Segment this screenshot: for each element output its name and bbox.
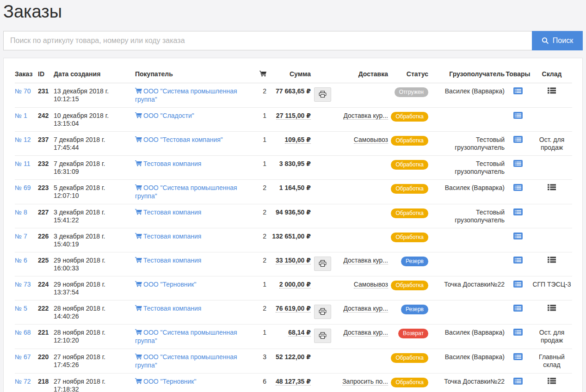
search-bar: Поиск xyxy=(3,31,583,50)
goods-list-icon[interactable] xyxy=(513,136,523,145)
goods-list-icon[interactable] xyxy=(513,160,523,169)
order-number-cell: № 68 xyxy=(15,324,38,349)
goods-list-icon[interactable] xyxy=(513,329,523,337)
order-sum[interactable]: 76 619,00 ₽ xyxy=(276,305,311,312)
order-sum[interactable]: 2 000,00 ₽ xyxy=(279,281,311,288)
delivery-method[interactable]: Запросить по... xyxy=(342,378,388,386)
order-sum[interactable]: 27 115,00 ₽ xyxy=(276,112,311,120)
col-header-customer: Покупатель xyxy=(135,64,252,83)
customer-link[interactable]: ООО "Тестовая компания" xyxy=(135,136,223,143)
delivery-method[interactable]: Самовывоз xyxy=(354,281,388,288)
consignee xyxy=(428,300,505,324)
warehouse-cell: СГП ТЭСЦ-3 xyxy=(531,276,572,300)
order-sum[interactable]: 48 127,35 ₽ xyxy=(276,378,311,386)
customer-cell: ООО "Система промышленная группа" xyxy=(135,179,252,204)
consignee: Василек (Варварка) xyxy=(428,324,505,349)
goods-list-icon[interactable] xyxy=(513,257,523,265)
warehouse-list-icon[interactable] xyxy=(548,305,556,313)
customer-link[interactable]: ООО "Система промышленная группа" xyxy=(135,184,237,200)
order-link[interactable]: № 72 xyxy=(15,378,31,385)
customer-link[interactable]: Тестовая компания xyxy=(135,233,201,240)
status-cell: Отгружен xyxy=(388,83,428,107)
order-link[interactable]: № 73 xyxy=(15,281,31,288)
customer-link[interactable]: Тестовая компания xyxy=(135,160,201,167)
goods-list-icon[interactable] xyxy=(513,112,523,121)
order-date-line: 3 декабря 2018 г. xyxy=(54,208,105,216)
order-time-line: 12:07:10 xyxy=(54,192,79,199)
order-sum[interactable]: 33 150,00 ₽ xyxy=(276,257,311,264)
status-cell: Обработка xyxy=(388,155,428,179)
goods-list-icon[interactable] xyxy=(513,184,523,193)
warehouse-list-icon[interactable] xyxy=(548,87,556,96)
status-cell: Обработка xyxy=(388,204,428,228)
goods-cell xyxy=(505,204,531,228)
order-link[interactable]: № 6 xyxy=(15,257,27,264)
order-date: 5 декабря 2018 г. 12:07:10 xyxy=(54,179,135,204)
warehouse-list-icon[interactable] xyxy=(548,378,556,386)
customer-link[interactable]: ООО "Система промышленная группа" xyxy=(135,329,237,344)
goods-list-icon[interactable] xyxy=(513,233,523,241)
delivery-method[interactable]: Доставка кур... xyxy=(343,112,388,120)
consignee: Василек (Варварка) xyxy=(428,179,505,204)
delivery-method[interactable]: Доставка кур... xyxy=(343,257,388,264)
order-id: 221 xyxy=(38,324,54,349)
delivery-method[interactable]: Доставка кур... xyxy=(343,329,388,337)
order-link[interactable]: № 11 xyxy=(15,160,30,167)
order-number-cell: № 12 xyxy=(15,131,38,155)
customer-link[interactable]: ООО "Система промышленная группа" xyxy=(135,87,237,103)
print-button[interactable] xyxy=(314,305,331,319)
order-date-line: 28 ноября 2018 г. xyxy=(54,305,105,312)
customer-link[interactable]: Тестовая компания xyxy=(135,305,201,312)
order-link[interactable]: № 1 xyxy=(15,112,27,119)
goods-list-icon[interactable] xyxy=(513,281,523,289)
status-cell: Обработка xyxy=(388,131,428,155)
goods-list-icon[interactable] xyxy=(513,353,523,362)
order-sum[interactable]: 109,65 ₽ xyxy=(285,136,311,144)
warehouse-list-icon[interactable] xyxy=(548,257,556,265)
customer-link[interactable]: ООО "Система промышленная группа" xyxy=(135,353,237,369)
search-button[interactable]: Поиск xyxy=(532,31,583,50)
order-link[interactable]: № 8 xyxy=(15,208,27,216)
customer-link[interactable]: Тестовая компания xyxy=(135,257,201,264)
print-button[interactable] xyxy=(314,257,331,271)
print-button[interactable] xyxy=(314,329,331,343)
customer-cell: ООО "Система промышленная группа" xyxy=(135,349,252,373)
customer-link[interactable]: ООО "Терновник" xyxy=(135,281,196,288)
warehouse-list-icon[interactable] xyxy=(548,184,556,192)
items-count: 1 xyxy=(252,107,266,131)
consignee xyxy=(428,107,505,131)
goods-list-icon[interactable] xyxy=(513,87,523,96)
delivery-cell xyxy=(334,155,388,179)
goods-list-icon[interactable] xyxy=(513,378,523,386)
delivery-cell xyxy=(334,179,388,204)
order-link[interactable]: № 68 xyxy=(15,329,31,336)
print-cell xyxy=(311,300,334,324)
customer-link[interactable]: ООО "Терновник" xyxy=(135,378,196,385)
order-date: 28 ноября 2018 г. 12:10:20 xyxy=(54,324,135,349)
delivery-method[interactable]: Доставка кур... xyxy=(343,305,388,312)
customer-link[interactable]: Тестовая компания xyxy=(135,208,201,216)
search-input[interactable] xyxy=(3,31,532,50)
print-button[interactable] xyxy=(314,87,331,102)
order-link[interactable]: № 12 xyxy=(15,136,31,143)
order-link[interactable]: № 69 xyxy=(15,184,31,191)
col-header-print xyxy=(311,64,334,83)
order-link[interactable]: № 5 xyxy=(15,305,27,312)
col-header-delivery: Доставка xyxy=(334,64,388,83)
items-count: 1 xyxy=(252,155,266,179)
delivery-method[interactable]: Самовывоз xyxy=(354,136,388,144)
order-time-line: 17:45:44 xyxy=(54,144,79,151)
customer-link[interactable]: ООО "Сладости" xyxy=(135,112,194,119)
order-link[interactable]: № 67 xyxy=(15,353,31,361)
status-badge: Отгружен xyxy=(395,87,428,97)
order-link[interactable]: № 7 xyxy=(15,233,27,240)
order-sum[interactable]: 68,14 ₽ xyxy=(288,329,311,337)
order-time-line: 17:18:32 xyxy=(54,386,79,392)
goods-list-icon[interactable] xyxy=(513,208,523,217)
goods-list-icon[interactable] xyxy=(513,305,523,313)
order-link[interactable]: № 70 xyxy=(15,87,31,95)
order-date: 7 декабря 2018 г. 16:31:09 xyxy=(54,155,135,179)
sum-cell: 76 619,00 ₽ xyxy=(266,300,311,324)
cart-icon xyxy=(135,305,142,312)
order-date-line: 3 декабря 2018 г. xyxy=(54,233,105,240)
